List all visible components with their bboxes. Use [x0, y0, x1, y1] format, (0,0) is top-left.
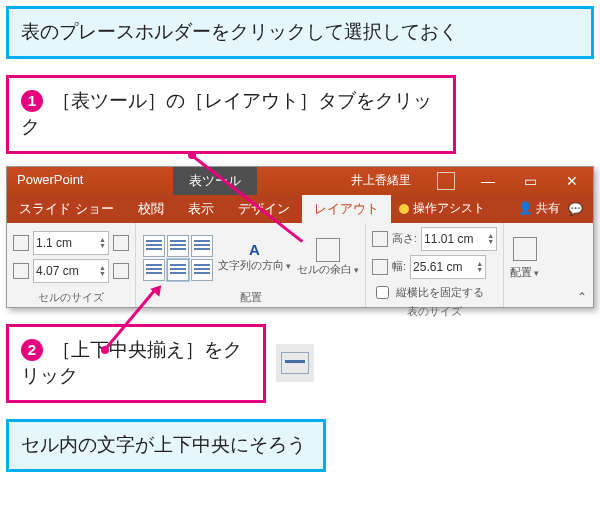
tab-review[interactable]: 校閲 — [126, 195, 176, 223]
callout-result: セル内の文字が上下中央にそろう — [6, 419, 326, 472]
step1-number: 1 — [21, 90, 43, 112]
group-label-cell-size: セルのサイズ — [13, 288, 129, 305]
tab-strip: スライド ショー 校閲 表示 デザイン レイアウト 操作アシスト 👤 共有 💬 — [7, 195, 593, 223]
group-label-table-size: 表のサイズ — [372, 302, 497, 319]
table-width-icon — [372, 259, 388, 275]
lock-aspect-label: 縦横比を固定する — [396, 285, 484, 300]
tell-me[interactable]: 操作アシスト — [399, 200, 485, 217]
group-arrange: 配置▾ — [504, 223, 545, 307]
group-label-alignment: 配置 — [142, 288, 359, 305]
cell-width-input[interactable]: 4.07 cm ▲▼ — [33, 259, 109, 283]
tab-slideshow[interactable]: スライド ショー — [7, 195, 126, 223]
text-direction-button[interactable]: 文字列の方向▾ — [218, 258, 291, 273]
callout-step2-text: ［上下中央揃え］をクリック — [21, 339, 242, 387]
stepper-icon: ▲▼ — [99, 237, 106, 249]
group-label-arrange — [510, 291, 539, 305]
share-button[interactable]: 👤 共有 — [518, 200, 560, 217]
stepper-icon: ▲▼ — [476, 261, 483, 273]
align-top-center[interactable] — [166, 234, 190, 258]
callout-step1-text: ［表ツール］の［レイアウト］タブをクリック — [21, 90, 432, 138]
align-top-left[interactable] — [142, 234, 166, 258]
tab-view[interactable]: 表示 — [176, 195, 226, 223]
arrange-icon — [513, 237, 537, 261]
col-width-icon — [13, 263, 29, 279]
distribute-rows-icon[interactable] — [113, 235, 129, 251]
group-table-size: 高さ: 11.01 cm ▲▼ 幅: 25.61 cm ▲▼ — [366, 223, 504, 307]
user-name: 井上香緒里 — [337, 167, 425, 195]
arrange-button[interactable]: 配置▾ — [510, 265, 539, 280]
callout-step1: 1 ［表ツール］の［レイアウト］タブをクリック — [6, 75, 456, 154]
table-height-input[interactable]: 11.01 cm ▲▼ — [421, 227, 497, 251]
table-width-label: 幅: — [392, 259, 406, 274]
step2-number: 2 — [21, 339, 43, 361]
center-vertically-icon-sample — [276, 344, 314, 382]
align-middle-left[interactable] — [142, 258, 166, 282]
restore-button[interactable]: ▭ — [509, 167, 551, 195]
cell-margins-icon — [316, 238, 340, 262]
callout-result-text: セル内の文字が上下中央にそろう — [21, 434, 306, 455]
callout-step2: 2 ［上下中央揃え］をクリック — [6, 324, 266, 403]
tab-layout[interactable]: レイアウト — [302, 195, 391, 223]
row-height-icon — [13, 235, 29, 251]
collapse-ribbon-icon[interactable]: ⌃ — [571, 287, 593, 307]
tell-me-label: 操作アシスト — [413, 200, 485, 217]
ribbon-options-icon[interactable] — [425, 167, 467, 195]
stepper-icon: ▲▼ — [99, 265, 106, 277]
text-direction-icon: A — [249, 241, 260, 258]
stepper-icon: ▲▼ — [487, 233, 494, 245]
minimize-button[interactable]: — — [467, 167, 509, 195]
distribute-cols-icon[interactable] — [113, 263, 129, 279]
ribbon-body: 1.1 cm ▲▼ 4.07 cm ▲▼ セルのサ — [7, 223, 593, 307]
table-height-label: 高さ: — [392, 231, 417, 246]
callout-preselect-text: 表のプレースホルダーをクリックして選択しておく — [21, 21, 458, 42]
cell-height-input[interactable]: 1.1 cm ▲▼ — [33, 231, 109, 255]
align-top-right[interactable] — [190, 234, 214, 258]
group-cell-size: 1.1 cm ▲▼ 4.07 cm ▲▼ セルのサ — [7, 223, 136, 307]
lock-aspect-checkbox[interactable] — [376, 286, 389, 299]
callout-preselect: 表のプレースホルダーをクリックして選択しておく — [6, 6, 594, 59]
titlebar: PowerPoint 表ツール 井上香緒里 — ▭ ✕ — [7, 167, 593, 195]
close-button[interactable]: ✕ — [551, 167, 593, 195]
app-name: PowerPoint — [7, 167, 93, 195]
group-alignment: A 文字列の方向▾ セルの余白▾ 配置 — [136, 223, 366, 307]
align-middle-center[interactable] — [166, 258, 190, 282]
comments-icon[interactable]: 💬 — [568, 202, 583, 216]
align-middle-right[interactable] — [190, 258, 214, 282]
cell-margins-button[interactable]: セルの余白▾ — [297, 262, 359, 277]
table-width-input[interactable]: 25.61 cm ▲▼ — [410, 255, 486, 279]
lightbulb-icon — [399, 204, 409, 214]
table-height-icon — [372, 231, 388, 247]
ribbon-window: PowerPoint 表ツール 井上香緒里 — ▭ ✕ スライド ショー 校閲 … — [6, 166, 594, 308]
